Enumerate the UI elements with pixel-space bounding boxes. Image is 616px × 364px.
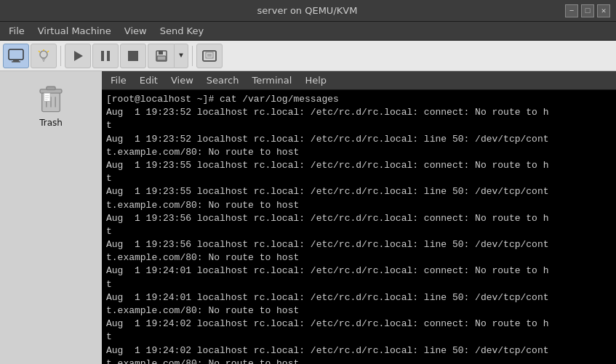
trash-icon-container[interactable]: Trash xyxy=(15,78,87,131)
trash-label: Trash xyxy=(39,118,63,128)
toolbar-separator-2 xyxy=(192,46,193,66)
svg-line-6 xyxy=(47,51,49,52)
menu-send-key[interactable]: Send Key xyxy=(154,24,209,38)
menu-view[interactable]: View xyxy=(119,24,153,38)
terminal-menu-edit[interactable]: Edit xyxy=(134,73,164,87)
terminal-wrapper: File Edit View Search Terminal Help [roo… xyxy=(102,71,616,364)
desktop-sidebar: Trash xyxy=(0,71,102,364)
window-controls: − □ ✕ xyxy=(565,4,610,17)
maximize-button[interactable]: □ xyxy=(581,4,594,17)
svg-rect-0 xyxy=(9,49,23,60)
monitor-button[interactable] xyxy=(3,44,29,68)
save-group: ▼ xyxy=(148,44,188,68)
trash-icon xyxy=(35,83,67,115)
monitor-icon xyxy=(8,48,24,64)
pause-icon xyxy=(99,49,112,62)
screenshot-button[interactable] xyxy=(196,44,223,68)
svg-rect-10 xyxy=(128,51,138,61)
top-menu-bar: File Virtual Machine View Send Key xyxy=(0,22,616,41)
bulb-button[interactable] xyxy=(31,44,57,68)
toolbar: ▼ xyxy=(0,41,616,71)
terminal-content[interactable]: [root@localhost ~]# cat /var/log/message… xyxy=(102,90,616,364)
play-button[interactable] xyxy=(65,44,91,68)
stop-button[interactable] xyxy=(120,44,146,68)
terminal-menu-view[interactable]: View xyxy=(165,73,199,87)
svg-rect-17 xyxy=(207,54,212,57)
terminal-menu-bar: File Edit View Search Terminal Help xyxy=(102,71,616,90)
close-button[interactable]: ✕ xyxy=(597,4,610,17)
main-area: Trash File Edit View Search Terminal Hel… xyxy=(0,71,616,364)
svg-rect-12 xyxy=(159,51,163,54)
trash-icon-image xyxy=(33,81,68,116)
save-icon xyxy=(155,49,168,62)
bulb-icon xyxy=(36,48,52,64)
svg-rect-20 xyxy=(47,86,55,89)
menu-file[interactable]: File xyxy=(3,24,31,38)
stop-icon xyxy=(127,49,140,62)
svg-rect-13 xyxy=(157,56,166,60)
svg-rect-9 xyxy=(107,51,110,61)
play-icon xyxy=(71,49,84,62)
svg-marker-7 xyxy=(74,51,83,61)
terminal-menu-file[interactable]: File xyxy=(105,73,132,87)
save-dropdown-button[interactable]: ▼ xyxy=(174,44,188,68)
terminal-menu-help[interactable]: Help xyxy=(299,73,332,87)
save-button[interactable] xyxy=(148,44,174,68)
window-title: server on QEMU/KVM xyxy=(49,5,565,16)
screenshot-icon xyxy=(201,48,217,64)
svg-rect-8 xyxy=(101,51,104,61)
pause-button[interactable] xyxy=(92,44,119,68)
minimize-button[interactable]: − xyxy=(565,4,578,17)
svg-line-5 xyxy=(39,51,40,52)
terminal-menu-search[interactable]: Search xyxy=(201,73,245,87)
toolbar-separator-1 xyxy=(60,46,61,66)
svg-point-3 xyxy=(40,51,47,58)
menu-virtual-machine[interactable]: Virtual Machine xyxy=(32,24,117,38)
title-bar: server on QEMU/KVM − □ ✕ xyxy=(0,0,616,22)
terminal-menu-terminal[interactable]: Terminal xyxy=(246,73,297,87)
